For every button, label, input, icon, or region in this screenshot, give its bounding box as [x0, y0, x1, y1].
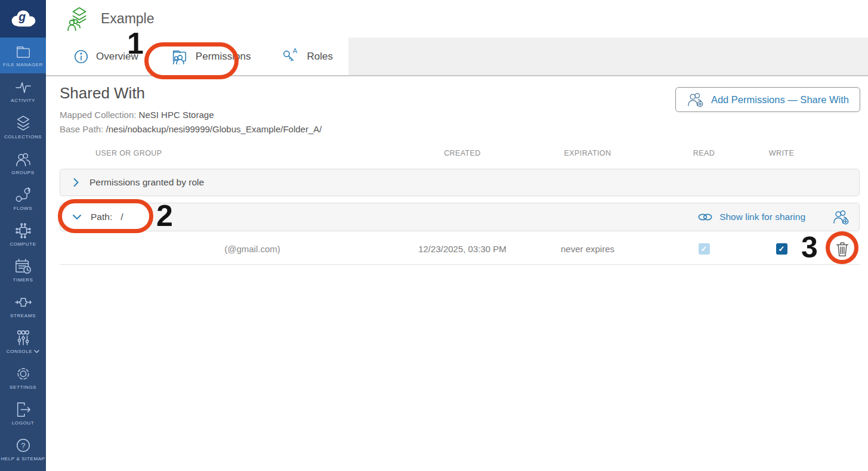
check-icon: ✓ [701, 244, 708, 253]
sidebar-item-timers[interactable]: TIMERS [0, 252, 46, 288]
path-expander[interactable]: Path: / [60, 212, 123, 222]
permissions-panel: Shared With Mapped Collection: NeSI HPC … [46, 76, 868, 471]
help-icon: ? [14, 437, 32, 454]
timers-icon [14, 258, 32, 275]
show-link-label: Show link for sharing [719, 212, 805, 222]
sidebar: g FILE MANAGER ACTIVITY COLLECTIONS [0, 0, 46, 471]
add-people-icon [687, 91, 705, 108]
base-path-label: Base Path: [60, 124, 103, 134]
sidebar-item-help-sitemap[interactable]: ? HELP & SITEMAP [0, 431, 46, 467]
permissions-folder-icon [169, 48, 189, 65]
read-checkbox[interactable]: ✓ [699, 243, 710, 255]
expiration-value: never expires [519, 244, 656, 254]
path-value: / [121, 212, 123, 222]
sidebar-item-label: STREAMS [10, 313, 36, 318]
sidebar-item-flows[interactable]: FLOWS [0, 181, 46, 216]
sidebar-item-settings[interactable]: SETTINGS [0, 360, 46, 395]
path-row: Path: / Show link for sharing [60, 203, 860, 231]
created-value: 12/23/2025, 03:30 PM [406, 244, 519, 254]
write-checkbox[interactable]: ✓ [776, 243, 787, 255]
sidebar-item-label: FILE MANAGER [3, 62, 43, 67]
tab-bar: Overview Permissions A Roles [46, 38, 868, 76]
add-permissions-label: Add Permissions — Share With [711, 94, 849, 106]
sidebar-item-label: GROUPS [11, 170, 34, 175]
sidebar-item-label: COLLECTIONS [4, 134, 42, 140]
compute-icon [14, 222, 32, 239]
key-icon: A [282, 48, 299, 66]
trash-icon[interactable] [835, 240, 850, 258]
gear-icon [14, 365, 32, 382]
groups-icon [14, 151, 32, 168]
sidebar-item-groups[interactable]: GROUPS [0, 145, 46, 181]
collections-icon [14, 115, 32, 132]
sidebar-item-label: LOGOUT [12, 420, 34, 426]
sidebar-item-collections[interactable]: COLLECTIONS [0, 109, 46, 145]
sidebar-item-label: HELP & SITEMAP [1, 456, 45, 461]
permissions-by-role-label: Permissions granted by role [89, 177, 204, 188]
svg-text:g: g [18, 10, 26, 23]
guest-collection-icon [67, 7, 91, 32]
col-created: CREATED [406, 149, 519, 157]
main-area: Example Overview Permissions [46, 0, 868, 471]
sidebar-item-activity[interactable]: ACTIVITY [0, 73, 46, 109]
sidebar-item-label: TIMERS [13, 277, 33, 283]
tab-label: Overview [96, 51, 138, 63]
tab-label: Permissions [196, 51, 251, 63]
globus-logo[interactable]: g [0, 0, 46, 38]
base-path-line: Base Path: /nesi/nobackup/nesi99999/Glob… [60, 124, 322, 134]
check-icon: ✓ [779, 244, 785, 253]
col-write: WRITE [752, 149, 811, 157]
chevron-right-icon[interactable] [72, 177, 81, 188]
table-header-row: USER OR GROUP CREATED EXPIRATION READ WR… [60, 147, 860, 160]
svg-text:?: ? [21, 441, 25, 450]
folder-icon [14, 44, 32, 60]
chevron-down-icon [34, 349, 39, 354]
col-user-or-group: USER OR GROUP [60, 149, 406, 157]
flows-icon [14, 187, 32, 203]
streams-icon [14, 294, 32, 311]
add-people-icon[interactable] [832, 209, 850, 225]
mapped-collection-line: Mapped Collection: NeSI HPC Storage [60, 110, 214, 120]
globus-cloud-icon: g [6, 7, 41, 32]
permissions-by-role-row[interactable]: Permissions granted by role [60, 169, 860, 196]
page-header: Example [46, 0, 868, 38]
link-icon [697, 213, 713, 221]
add-permissions-button[interactable]: Add Permissions — Share With [675, 87, 860, 112]
console-icon [14, 330, 32, 346]
app-window: g FILE MANAGER ACTIVITY COLLECTIONS [0, 0, 868, 471]
chevron-down-icon[interactable] [72, 213, 82, 221]
mapped-collection-value: NeSI HPC Storage [139, 110, 214, 120]
tab-roles[interactable]: A Roles [266, 38, 348, 75]
sidebar-item-console[interactable]: CONSOLE [0, 324, 46, 360]
sidebar-item-streams[interactable]: STREAMS [0, 288, 46, 324]
sidebar-item-label: SETTINGS [10, 385, 36, 390]
page-title: Example [101, 11, 154, 27]
sidebar-item-label: CONSOLE [7, 349, 39, 354]
sidebar-item-label: COMPUTE [10, 241, 36, 247]
sidebar-item-label: ACTIVITY [11, 98, 35, 103]
path-label: Path: [91, 212, 112, 222]
tab-bar-filler [348, 38, 868, 75]
tab-label: Roles [307, 51, 332, 63]
svg-text:A: A [293, 48, 298, 54]
col-read: READ [656, 149, 752, 157]
sidebar-item-logout[interactable]: LOGOUT [0, 395, 46, 431]
info-icon [73, 49, 89, 64]
sidebar-item-file-manager[interactable]: FILE MANAGER [0, 38, 46, 73]
section-heading: Shared With [60, 84, 145, 103]
permission-table-row: (@gmail.com) 12/23/2025, 03:30 PM never … [60, 234, 860, 265]
base-path-value: /nesi/nobackup/nesi99999/Globus_Example/… [106, 124, 322, 134]
user-identity: (@gmail.com) [60, 244, 406, 254]
sidebar-item-compute[interactable]: COMPUTE [0, 216, 46, 252]
tab-permissions[interactable]: Permissions [154, 38, 267, 75]
tab-overview[interactable]: Overview [58, 38, 154, 75]
activity-icon [14, 80, 32, 95]
mapped-collection-label: Mapped Collection: [60, 110, 136, 120]
logout-icon [14, 401, 32, 418]
sidebar-item-label: FLOWS [14, 206, 32, 211]
show-link-for-sharing[interactable]: Show link for sharing [697, 212, 805, 222]
col-expiration: EXPIRATION [519, 149, 656, 157]
